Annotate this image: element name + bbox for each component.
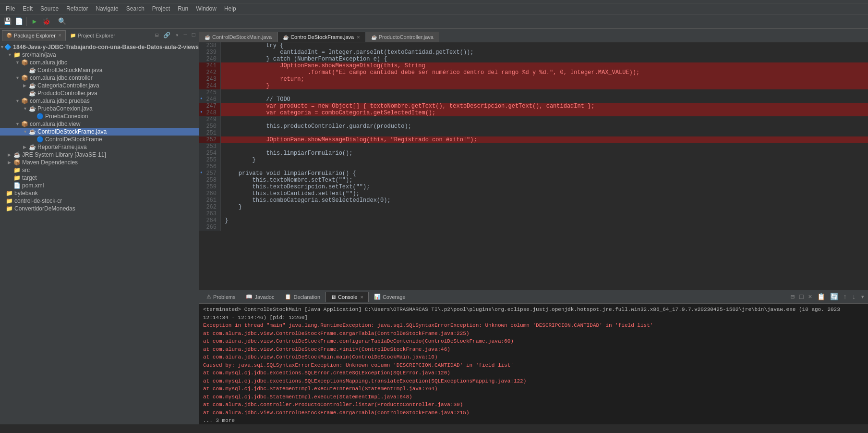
tree-item[interactable]: ▼📦com.alura.jdbc.view <box>0 120 199 128</box>
line-content[interactable]: this.productoController.guardar(producto… <box>221 123 868 130</box>
toolbar-search[interactable]: 🔍 <box>57 16 67 27</box>
line-content[interactable]: private void limpiarFormulario() { <box>221 170 868 177</box>
tree-item[interactable]: ▼📦com.alura.jdbc.controller <box>0 74 199 82</box>
tree-item[interactable]: 📁bytebank <box>0 189 199 197</box>
code-line: 261 this.comboCategoria.setSelectedIndex… <box>199 197 868 204</box>
menu-item-refactor[interactable]: Refactor <box>62 4 92 13</box>
tree-item[interactable]: 🔵ControlDeStockFrame <box>0 136 199 143</box>
line-content[interactable]: // TODO <box>221 96 868 103</box>
tree-item[interactable]: ☕ControlDeStockMain.java <box>0 66 199 74</box>
tree-item[interactable]: ▼📦com.alura.jdbc <box>0 59 199 66</box>
line-content[interactable] <box>221 224 868 231</box>
line-content[interactable] <box>221 210 868 217</box>
tab-project-explorer[interactable]: 📁 Project Explorer <box>66 30 120 41</box>
menu-item-file[interactable]: File <box>2 4 19 13</box>
line-content[interactable]: try { <box>221 42 868 49</box>
line-content[interactable]: this.textoNombre.setText(""); <box>221 177 868 184</box>
toolbar-new[interactable]: 📄 <box>13 16 24 27</box>
line-content[interactable] <box>221 163 868 170</box>
line-content[interactable] <box>221 116 868 123</box>
line-content[interactable]: var categoria = comboCategoria.getSelect… <box>221 110 868 116</box>
bottom-action-btn-6[interactable]: ↓ <box>850 293 857 301</box>
line-content[interactable]: var producto = new Object[] { textoNombr… <box>221 103 868 110</box>
bottom-tab-coverage[interactable]: 📊Coverage <box>369 291 411 302</box>
line-content[interactable]: JOptionPane.showMessageDialog(this, Stri… <box>221 62 868 69</box>
line-content[interactable]: this.textoDescripcion.setText(""); <box>221 184 868 190</box>
tab-close-btn[interactable]: × <box>357 34 360 40</box>
tree-item-icon: 📁 <box>6 190 13 197</box>
line-content[interactable]: this.limpiarFormulario(); <box>221 150 868 157</box>
bottom-action-btn-2[interactable]: × <box>807 293 813 301</box>
menu-item-help[interactable]: Help <box>220 4 240 13</box>
menu-item-run[interactable]: Run <box>174 4 192 13</box>
toolbar-debug[interactable]: 🐞 <box>41 16 51 27</box>
tree-item[interactable]: ▼📦com.alura.jdbc.pruebas <box>0 97 199 105</box>
package-explorer-close[interactable]: × <box>59 33 61 38</box>
menu-item-edit[interactable]: Edit <box>19 4 36 13</box>
line-content[interactable]: this.textoCantidad.setText(""); <box>221 190 868 197</box>
bottom-action-btn-4[interactable]: 🔄 <box>829 293 840 301</box>
bottom-tab-problems[interactable]: ⚠Problems <box>201 291 241 302</box>
editor-tab-controldestockmain[interactable]: ☕ControlDeStockMain.java <box>199 32 277 42</box>
code-line: 252 JOptionPane.showMessageDialog(this, … <box>199 136 868 143</box>
line-content[interactable]: } <box>221 157 868 163</box>
tree-item[interactable]: ▼☕ControlDeStockFrame.java <box>0 128 199 136</box>
tab-package-explorer[interactable]: 📦 Package Explorer × <box>2 30 66 41</box>
tree-item-label: ReporteFrame.java <box>37 144 87 150</box>
tree-item[interactable]: ▶☕JRE System Library [JavaSE-11] <box>0 151 199 159</box>
line-content[interactable] <box>221 130 868 136</box>
line-content[interactable]: return; <box>221 76 868 83</box>
line-content[interactable]: JOptionPane.showMessageDialog(this, "Reg… <box>221 136 868 143</box>
tree-item[interactable]: 📄pom.xml <box>0 182 199 189</box>
minimize-btn[interactable]: — <box>182 32 189 39</box>
view-menu-btn[interactable]: ▾ <box>174 32 180 39</box>
link-editor-btn[interactable]: 🔗 <box>162 32 172 39</box>
tree-item[interactable]: ▶☕CategoriaController.java <box>0 82 199 89</box>
collapse-all-btn[interactable]: ⊟ <box>154 32 160 39</box>
line-content[interactable] <box>221 143 868 150</box>
line-content[interactable]: this.comboCategoria.setSelectedIndex(0); <box>221 197 868 204</box>
tree-item-icon: ☕ <box>29 67 36 74</box>
bottom-action-btn-3[interactable]: 📋 <box>816 293 827 301</box>
tree-item-icon: 🔵 <box>36 136 44 143</box>
toolbar-save[interactable]: 💾 <box>2 16 12 27</box>
tree-item[interactable]: 📁control-de-stock-cr <box>0 197 199 205</box>
line-content[interactable]: cantidadInt = Integer.parseInt(textoCant… <box>221 49 868 56</box>
tree-item[interactable]: ☕ProductoController.java <box>0 89 199 97</box>
menu-item-source[interactable]: Source <box>36 4 62 13</box>
tree-item[interactable]: 📁target <box>0 174 199 182</box>
bottom-tab-declaration[interactable]: 📋Declaration <box>279 291 326 302</box>
tree-item[interactable]: 📁src <box>0 166 199 174</box>
tree-item[interactable]: ▼☕PruebaConexion.java <box>0 105 199 112</box>
bottom-tab-close-btn[interactable]: × <box>360 294 363 300</box>
menu-item-navigate[interactable]: Navigate <box>92 4 122 13</box>
toolbar-run[interactable]: ▶ <box>29 16 40 27</box>
tree-item[interactable]: ▶📦Maven Dependencies <box>0 159 199 166</box>
bottom-action-btn-0[interactable]: ⊟ <box>789 293 796 301</box>
line-content[interactable]: } <box>221 204 868 210</box>
menu-item-window[interactable]: Window <box>192 4 220 13</box>
editor-tab-productocontroller[interactable]: ☕ProductoController.java <box>366 32 439 42</box>
tree-item[interactable]: ▶☕ReporteFrame.java <box>0 143 199 151</box>
bottom-action-btn-1[interactable]: □ <box>798 293 805 301</box>
tree-item[interactable]: 🔵PruebaConexion <box>0 112 199 120</box>
line-content[interactable]: } <box>221 83 868 89</box>
line-content[interactable] <box>221 89 868 96</box>
code-editor[interactable]: 238 try {239 cantidadInt = Integer.parse… <box>199 42 868 290</box>
editor-tab-controldestockframe[interactable]: ☕ControlDeStockFrame.java× <box>277 32 365 42</box>
bottom-action-btn-7[interactable]: ▾ <box>859 293 866 301</box>
left-panel: 📦 Package Explorer × 📁 Project Explorer … <box>0 29 199 424</box>
maximize-btn[interactable]: □ <box>191 32 197 39</box>
line-content[interactable]: } <box>221 217 868 224</box>
tree-item[interactable]: 📁ConvertidorDeMonedas <box>0 205 199 212</box>
menu-item-project[interactable]: Project <box>148 4 174 13</box>
tree-item[interactable]: ▼🔷1846-Java-y-JDBC-Trabajando-con-una-Ba… <box>0 43 199 51</box>
bottom-tab-javadoc[interactable]: 📖Javadoc <box>241 291 279 302</box>
line-content[interactable]: .format("El campo cantidad debe ser numé… <box>221 69 868 76</box>
bottom-action-btn-5[interactable]: ↑ <box>842 293 848 301</box>
bottom-tab-console[interactable]: 🖥Console× <box>326 292 369 302</box>
tree-item[interactable]: ▼📁src/main/java <box>0 51 199 59</box>
line-content[interactable]: } catch (NumberFormatException e) { <box>221 56 868 62</box>
code-line: 249 <box>199 116 868 123</box>
menu-item-search[interactable]: Search <box>122 4 148 13</box>
